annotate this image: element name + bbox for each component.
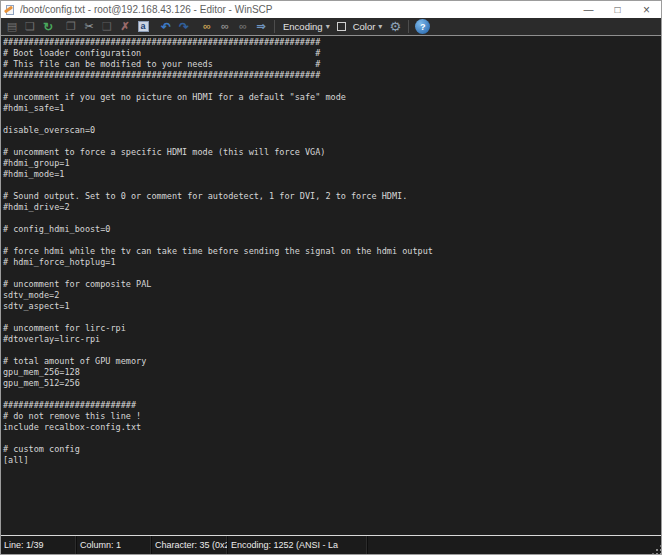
minimize-button[interactable]: — <box>574 1 603 18</box>
statusbar-column-panel: Column: 1 <box>77 536 152 554</box>
statusbar-encoding-panel: Encoding: 1252 (ANSI - La <box>228 536 368 554</box>
titlebar: /boot/config.txt - root@192.168.43.126 -… <box>1 1 661 18</box>
color-dropdown[interactable]: Color ▾ <box>349 19 387 35</box>
copy-icon: ❐ <box>66 21 76 32</box>
help-icon: ? <box>420 22 426 32</box>
undo-button[interactable]: ↶ <box>157 19 175 35</box>
paste-button[interactable]: ❑ <box>98 19 116 35</box>
replace-icon: ∞ <box>221 21 229 32</box>
statusbar: Line: 1/39 Column: 1 Character: 35 (0x23… <box>1 536 661 554</box>
chevron-down-icon: ▾ <box>378 22 382 31</box>
undo-icon: ↶ <box>161 21 171 33</box>
window-title: /boot/config.txt - root@192.168.43.126 -… <box>20 4 574 15</box>
find-next-button[interactable]: ∞ <box>234 19 252 35</box>
save-button[interactable]: ▤ <box>3 19 21 35</box>
color-dropdown-label: Color <box>353 21 376 32</box>
statusbar-line-panel: Line: 1/39 <box>1 536 77 554</box>
editor-app-icon <box>5 4 16 16</box>
close-button[interactable]: × <box>632 1 661 18</box>
editor-toolbar: ▤ ❏ ↻ ❐ ✂ ❑ ✗ a ↶ ↷ ∞ ∞ ∞ ⇒ Encoding ▾ C… <box>1 18 661 36</box>
editor-content[interactable]: ########################################… <box>1 36 661 466</box>
replace-button[interactable]: ∞ <box>216 19 234 35</box>
select-all-button[interactable]: a <box>134 19 152 35</box>
chevron-down-icon: ▾ <box>326 22 330 31</box>
toolbar-separator <box>408 20 409 33</box>
reload-button[interactable]: ↻ <box>39 19 57 35</box>
find-icon: ∞ <box>203 21 211 32</box>
window-controls: — □ × <box>574 1 661 18</box>
save-as-button[interactable]: ❏ <box>21 19 39 35</box>
color-swatch-icon <box>337 22 346 31</box>
find-button[interactable]: ∞ <box>198 19 216 35</box>
encoding-dropdown[interactable]: Encoding ▾ <box>279 19 334 35</box>
reload-icon: ↻ <box>43 21 53 33</box>
delete-icon: ✗ <box>120 21 129 32</box>
statusbar-character-panel: Character: 35 (0x23) <box>152 536 228 554</box>
redo-button[interactable]: ↷ <box>175 19 193 35</box>
save-as-icon: ❏ <box>25 21 35 32</box>
delete-button[interactable]: ✗ <box>116 19 134 35</box>
cut-icon: ✂ <box>84 21 93 32</box>
resize-grip[interactable] <box>656 549 658 551</box>
copy-button[interactable]: ❐ <box>62 19 80 35</box>
goto-line-icon: ⇒ <box>256 21 265 32</box>
gear-icon: ⚙ <box>390 20 402 33</box>
encoding-dropdown-label: Encoding <box>283 21 323 32</box>
preferences-button[interactable]: ⚙ <box>386 19 404 35</box>
winscp-editor-window: /boot/config.txt - root@192.168.43.126 -… <box>0 0 662 555</box>
maximize-button[interactable]: □ <box>603 1 632 18</box>
cut-button[interactable]: ✂ <box>80 19 98 35</box>
select-all-icon: a <box>138 21 149 32</box>
save-icon: ▤ <box>7 21 17 32</box>
editor-text-area[interactable]: ########################################… <box>1 36 661 536</box>
help-button[interactable]: ? <box>415 19 430 34</box>
toolbar-separator <box>274 20 275 33</box>
goto-line-button[interactable]: ⇒ <box>252 19 270 35</box>
redo-icon: ↷ <box>179 21 189 33</box>
find-next-icon: ∞ <box>239 21 247 32</box>
paste-icon: ❑ <box>102 21 112 32</box>
